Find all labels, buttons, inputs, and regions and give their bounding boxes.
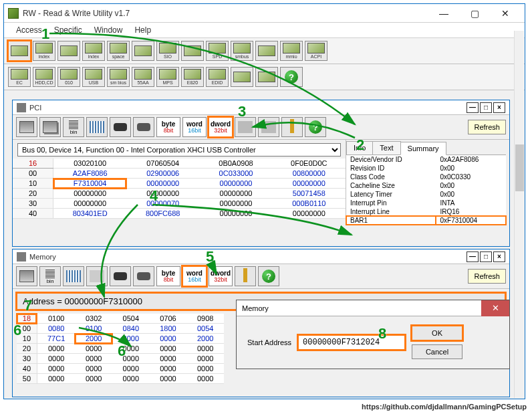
edid-button[interactable]: EDID: [206, 67, 229, 87]
pci-minimize-button[interactable]: —: [467, 102, 479, 113]
main-toolbar: indexindexspaceSIOSPDsmbusmmioACPI: [4, 38, 525, 64]
menu-specific[interactable]: Specific: [49, 24, 88, 36]
ec-button[interactable]: EC: [8, 67, 31, 87]
anno-6b: 6: [118, 342, 126, 360]
pci-chip-button[interactable]: [8, 41, 31, 61]
pci-tabs: Info Text Summary: [346, 140, 506, 155]
pci-byte-button[interactable]: byte8bit: [156, 117, 180, 137]
index-button-1[interactable]: index: [33, 41, 55, 61]
memory-save-button[interactable]: [16, 266, 37, 286]
dialog-title: Memory: [242, 304, 481, 312]
memory-maximize-button[interactable]: □: [480, 251, 492, 262]
smbios-button[interactable]: sm bios: [107, 67, 130, 87]
sio-button[interactable]: SIO: [156, 41, 179, 61]
space-button[interactable]: space: [107, 41, 130, 61]
menu-help[interactable]: Help: [129, 24, 156, 36]
memory-find-grid-button[interactable]: [133, 266, 154, 286]
dialog-cancel-button[interactable]: Cancel: [412, 344, 462, 359]
pci-maximize-button[interactable]: □: [480, 102, 492, 113]
anno-5: 5: [206, 248, 214, 266]
mps-button[interactable]: MPS: [156, 67, 179, 87]
memory-start-dialog: Memory ✕ Start Address OK Cancel: [236, 300, 510, 369]
close-button[interactable]: ✕: [490, 4, 521, 23]
memory-window-icon: [17, 252, 26, 262]
sig55aa-button[interactable]: 55AA: [132, 67, 154, 87]
memory-find-button[interactable]: [110, 266, 131, 286]
pci-misc-button-2[interactable]: [258, 117, 279, 137]
pci-grid-button[interactable]: [86, 117, 108, 137]
help-main-button[interactable]: ?: [280, 67, 303, 87]
hdd-button[interactable]: HDD,CD: [33, 67, 55, 87]
spd-button[interactable]: SPD: [206, 41, 229, 61]
dialog-address-label: Start Address: [247, 338, 291, 346]
dialog-ok-button[interactable]: OK: [412, 326, 462, 340]
anno-2: 2: [356, 136, 364, 154]
memory-dword-button[interactable]: dword32bit: [209, 266, 233, 286]
footer-link: https://github.com/djdallmann/GamingPCSe…: [362, 403, 527, 411]
usb-button[interactable]: USB: [82, 67, 105, 87]
memory-misc-button-1[interactable]: [86, 266, 108, 286]
memory-window-title: Memory: [29, 253, 467, 261]
minimize-button[interactable]: —: [428, 4, 459, 23]
memory-minimize-button[interactable]: —: [467, 251, 479, 262]
menubar: Access Specific Window Help: [4, 23, 525, 38]
pci-bin-button[interactable]: bin: [63, 117, 84, 137]
pci-save-button[interactable]: [16, 117, 37, 137]
pci-tab-summary[interactable]: Summary: [400, 142, 446, 155]
pci-window-title: PCI: [29, 104, 467, 112]
main-window: RW - Read & Write Utility v1.7 — ▢ ✕ Acc…: [3, 3, 525, 399]
pci-info-icon[interactable]: [281, 117, 303, 137]
dialog-address-input[interactable]: [298, 335, 405, 350]
anno-6a: 6: [13, 322, 21, 339]
extra-button[interactable]: [255, 67, 278, 87]
anno-8: 8: [378, 325, 386, 342]
memory-word-button[interactable]: word16bit: [182, 266, 207, 286]
anno-7: 7: [24, 297, 32, 314]
maximize-button[interactable]: ▢: [459, 4, 490, 23]
dialog-close-button[interactable]: ✕: [481, 300, 509, 316]
pci-find-grid-button[interactable]: [133, 117, 154, 137]
mem-chips-button[interactable]: [57, 41, 80, 61]
pci-close-button[interactable]: ×: [493, 102, 505, 113]
pci-save-all-button[interactable]: [39, 117, 61, 137]
index-button-2[interactable]: index: [82, 41, 105, 61]
pci-window: PCI — □ × bin byte8bit word16bit dword32…: [12, 100, 510, 247]
pci-window-icon: [17, 103, 26, 112]
pci-dword-button[interactable]: dword32bit: [209, 117, 233, 137]
e820-button[interactable]: E820: [181, 67, 204, 87]
memory-bin-button[interactable]: bin: [39, 266, 61, 286]
pci-find-button[interactable]: [110, 117, 131, 137]
memory-grid-button[interactable]: [63, 266, 84, 286]
mmio-button[interactable]: mmio: [280, 41, 303, 61]
memory-info-icon[interactable]: [235, 266, 256, 286]
pci-hex-table: 1603020100070605040B0A09080F0E0D0C00A2AF…: [13, 159, 346, 219]
titlebar: RW - Read & Write Utility v1.7 — ▢ ✕: [4, 4, 525, 23]
pci-refresh-button[interactable]: Refresh: [468, 120, 506, 134]
main-scrollbar[interactable]: [514, 31, 524, 398]
window-title: RW - Read & Write Utility v1.7: [23, 9, 428, 18]
memory-toolbar: bin byte8bit word16bit dword32bit ? Refr…: [13, 264, 509, 289]
pci-tab-text[interactable]: Text: [372, 141, 400, 154]
main-toolbar-2: ECHDD,CD010USBsm bios55AAMPSE820EDID?: [4, 64, 525, 90]
pci-summary-table: Device/Vendor ID0xA2AF8086Revision ID0x0…: [346, 155, 506, 225]
memory-close-button[interactable]: ×: [493, 251, 505, 262]
acpi-button[interactable]: ACPI: [305, 41, 327, 61]
smbus-button[interactable]: smbus: [231, 41, 253, 61]
anno-3: 3: [238, 103, 246, 120]
app-icon: [8, 8, 19, 19]
pci-toolbar: bin byte8bit word16bit dword32bit ? Refr…: [13, 115, 509, 140]
menu-window[interactable]: Window: [89, 24, 128, 36]
isa-button[interactable]: [132, 41, 154, 61]
binary-010-button[interactable]: 010: [57, 67, 80, 87]
memory-address-text: Address = 00000000F7310000: [23, 296, 142, 306]
pci-device-select[interactable]: Bus 00, Device 14, Function 00 - Intel C…: [17, 143, 341, 157]
memory-refresh-button[interactable]: Refresh: [468, 269, 506, 284]
memory-byte-button[interactable]: byte8bit: [156, 266, 180, 286]
msr-button[interactable]: [255, 41, 278, 61]
memory-help-button[interactable]: ?: [258, 266, 279, 286]
wave-button[interactable]: [181, 41, 204, 61]
pci-word-button[interactable]: word16bit: [182, 117, 207, 137]
terminal-button[interactable]: [231, 67, 253, 87]
pci-help-button[interactable]: ?: [305, 117, 326, 137]
anno-4: 4: [150, 187, 158, 205]
